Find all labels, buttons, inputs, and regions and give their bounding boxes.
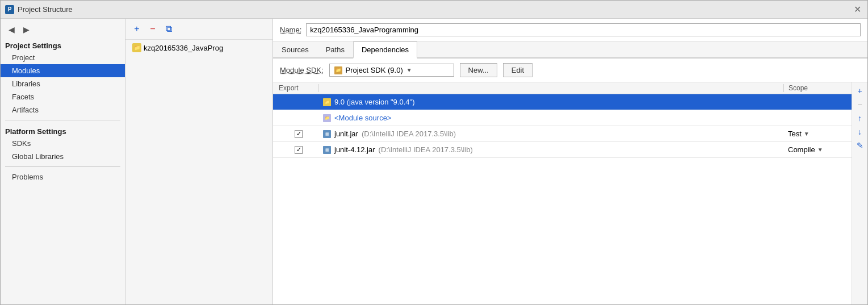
remove-module-button[interactable]: −: [146, 22, 160, 36]
sidebar-item-project[interactable]: Project: [1, 51, 125, 64]
sidebar-item-artifacts[interactable]: Artifacts: [1, 103, 125, 116]
sdk-label: Module SDK:: [280, 66, 324, 74]
main-content: ◀ ▶ Project Settings Project Modules Lib…: [1, 19, 867, 304]
dep-scope-junit412: Compile ▼: [783, 145, 852, 154]
sdk-folder-icon: 📁: [334, 66, 342, 74]
junit412-scope-dropdown[interactable]: ▼: [817, 147, 823, 153]
scope-header: Scope: [783, 84, 852, 92]
tabs-row: Sources Paths Dependencies: [273, 41, 867, 59]
dependencies-panel: Module SDK: 📁 Project SDK (9.0) ▼ New...…: [273, 59, 867, 304]
sidebar-item-facets[interactable]: Facets: [1, 90, 125, 103]
dep-down-button[interactable]: ↓: [854, 126, 866, 138]
dep-row-junit[interactable]: ✓ ▦ junit.jar (D:\IntelliJ IDEA 2017.3.5…: [273, 126, 852, 142]
app-icon: P: [5, 5, 14, 14]
deps-table-header: Export Scope: [273, 82, 852, 94]
add-module-button[interactable]: +: [130, 22, 144, 36]
dep-name-junit412: ▦ junit-4.12.jar (D:\IntelliJ IDEA 2017.…: [318, 145, 783, 154]
sdk-new-button[interactable]: New...: [460, 63, 497, 77]
sidebar-item-modules[interactable]: Modules: [1, 64, 125, 77]
sidebar-item-global-libraries[interactable]: Global Libraries: [1, 150, 125, 163]
dep-junit-jar-icon: ▦: [323, 130, 331, 138]
title-bar-left: P Project Structure: [5, 5, 73, 14]
sidebar-item-libraries[interactable]: Libraries: [1, 77, 125, 90]
project-structure-window: P Project Structure ✕ ◀ ▶ Project Settin…: [0, 0, 868, 305]
dep-junit412-jar-icon: ▦: [323, 146, 331, 154]
dep-export-junit412[interactable]: ✓: [273, 146, 318, 154]
sidebar-item-sdks[interactable]: SDKs: [1, 137, 125, 150]
dep-export-junit[interactable]: ✓: [273, 130, 318, 138]
module-toolbar: + − ⧉: [125, 19, 272, 40]
dep-scope-junit: Test ▼: [783, 129, 852, 138]
window-title: Project Structure: [18, 5, 73, 14]
sidebar: ◀ ▶ Project Settings Project Modules Lib…: [1, 19, 125, 304]
close-button[interactable]: ✕: [852, 4, 863, 15]
deps-list: Export Scope 📁 9.0 (java version "9.0.4"…: [273, 82, 852, 304]
module-tree-panel: + − ⧉ 📁 kzq20165336_JavaProg: [125, 19, 273, 304]
sdk-edit-button[interactable]: Edit: [503, 63, 532, 77]
dep-up-button[interactable]: ↑: [854, 112, 866, 124]
dep-jdk-folder-icon: 📁: [323, 98, 331, 106]
sidebar-divider-2: [5, 166, 120, 167]
module-name-row: Name:: [273, 19, 867, 41]
name-label: Name:: [280, 26, 301, 34]
module-tree: 📁 kzq20165336_JavaProg: [125, 40, 272, 56]
tab-sources[interactable]: Sources: [273, 41, 317, 57]
module-folder-icon: 📁: [132, 43, 141, 52]
dep-row-jdk[interactable]: 📁 9.0 (java version "9.0.4"): [273, 94, 852, 110]
dep-module-folder-icon: 📁: [323, 114, 331, 122]
dep-remove-button[interactable]: −: [854, 98, 866, 111]
junit412-checkbox[interactable]: ✓: [295, 146, 303, 154]
dep-name-module-source: 📁 <Module source>: [318, 114, 783, 122]
sdk-value: Project SDK (9.0): [346, 66, 403, 74]
copy-module-button[interactable]: ⧉: [162, 22, 175, 36]
junit-scope-dropdown[interactable]: ▼: [804, 131, 810, 137]
project-settings-header: Project Settings: [1, 38, 125, 51]
tab-paths[interactable]: Paths: [317, 41, 353, 57]
junit-checkbox[interactable]: ✓: [295, 130, 303, 138]
sidebar-item-problems[interactable]: Problems: [1, 170, 125, 183]
sdk-dropdown[interactable]: 📁 Project SDK (9.0) ▼: [329, 64, 454, 77]
sdk-row: Module SDK: 📁 Project SDK (9.0) ▼ New...…: [273, 59, 867, 82]
dep-row-module-source[interactable]: 📁 <Module source>: [273, 110, 852, 126]
dep-name-jdk: 📁 9.0 (java version "9.0.4"): [318, 98, 783, 106]
right-side-buttons: + − ↑ ↓ ✎: [852, 82, 867, 304]
deps-table-area: Export Scope 📁 9.0 (java version "9.0.4"…: [273, 82, 867, 304]
dep-name-junit: ▦ junit.jar (D:\IntelliJ IDEA 2017.3.5\l…: [318, 129, 783, 138]
dep-row-junit412[interactable]: ✓ ▦ junit-4.12.jar (D:\IntelliJ IDEA 201…: [273, 142, 852, 158]
sdk-dropdown-arrow: ▼: [406, 67, 412, 73]
module-name-input[interactable]: [306, 23, 861, 36]
dep-add-button[interactable]: +: [854, 85, 866, 97]
nav-back-button[interactable]: ◀: [5, 23, 18, 36]
module-name: kzq20165336_JavaProg: [144, 44, 223, 52]
module-item[interactable]: 📁 kzq20165336_JavaProg: [130, 42, 268, 53]
tab-dependencies[interactable]: Dependencies: [353, 41, 417, 59]
platform-settings-header: Platform Settings: [1, 124, 125, 137]
sidebar-divider: [5, 120, 120, 120]
dep-edit-button[interactable]: ✎: [854, 139, 866, 152]
title-bar: P Project Structure ✕: [1, 1, 867, 19]
nav-forward-button[interactable]: ▶: [20, 23, 32, 36]
export-header: Export: [273, 84, 318, 92]
nav-row: ◀ ▶: [1, 21, 125, 38]
right-panel: Name: Sources Paths Dependencies: [273, 19, 867, 304]
